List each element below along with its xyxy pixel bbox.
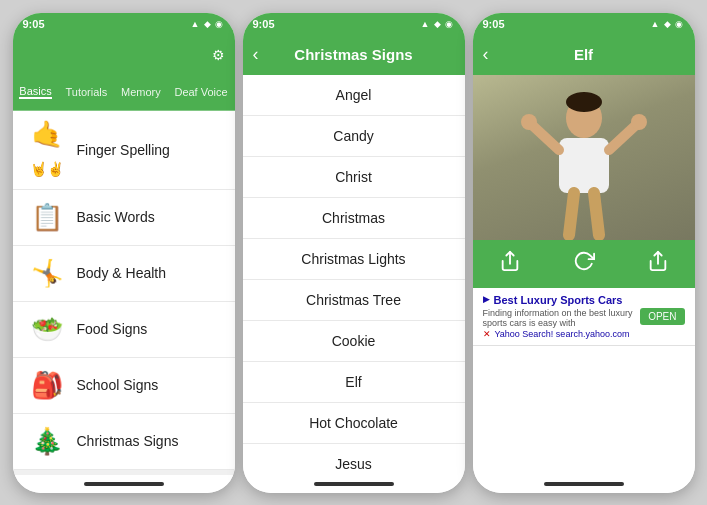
- finger-spelling-icon: 🤙🤘✌️: [25, 119, 69, 181]
- home-indicator-2: [243, 475, 465, 493]
- christmas-signs-icon: 🎄: [25, 426, 69, 457]
- action-bar: [473, 240, 695, 288]
- ad-badges: ▶ Best Luxury Sports Cars: [483, 294, 641, 306]
- ad-badge-arrow: ▶: [483, 294, 490, 306]
- body-health-icon: 🤸: [25, 258, 69, 289]
- list-item-christ[interactable]: Christ: [243, 157, 465, 198]
- christmas-label: Christmas: [322, 210, 385, 226]
- ad-content: ▶ Best Luxury Sports Cars Finding inform…: [483, 294, 641, 339]
- home-bar-1: [84, 482, 164, 486]
- status-bar-3: 9:05 ▲ ◆ ◉: [473, 13, 695, 35]
- ad-row: ▶ Best Luxury Sports Cars Finding inform…: [483, 294, 685, 339]
- basic-words-label: Basic Words: [69, 209, 155, 225]
- status-icons-1: ▲ ◆ ◉: [191, 19, 225, 29]
- list-item-hot-chocolate[interactable]: Hot Chocolate: [243, 403, 465, 444]
- share-icon[interactable]: [499, 250, 521, 277]
- video-screen: ▶ Best Luxury Sports Cars Finding inform…: [473, 75, 695, 475]
- christmas-tree-label: Christmas Tree: [306, 292, 401, 308]
- status-bar-1: 9:05 ▲ ◆ ◉: [13, 13, 235, 35]
- list-item-basic-words[interactable]: 📋 Basic Words: [13, 190, 235, 246]
- time-2: 9:05: [253, 18, 275, 30]
- food-signs-icon: 🥗: [25, 314, 69, 345]
- school-signs-label: School Signs: [69, 377, 159, 393]
- ad-banner: ▶ Best Luxury Sports Cars Finding inform…: [473, 288, 695, 346]
- phone-2: 9:05 ▲ ◆ ◉ ‹ Christmas Signs Angel Candy…: [243, 13, 465, 493]
- nav-bar-1: ⚙: [13, 35, 235, 75]
- list-item-christmas-tree[interactable]: Christmas Tree: [243, 280, 465, 321]
- svg-point-6: [631, 114, 647, 130]
- list-item-food-signs[interactable]: 🥗 Food Signs: [13, 302, 235, 358]
- list-item-school-signs[interactable]: 🎒 School Signs: [13, 358, 235, 414]
- list-item-christmas-lights[interactable]: Christmas Lights: [243, 239, 465, 280]
- body-health-label: Body & Health: [69, 265, 167, 281]
- basic-words-icon: 📋: [25, 202, 69, 233]
- tab-tutorials[interactable]: Tutorials: [65, 86, 107, 98]
- settings-button[interactable]: ⚙: [212, 47, 225, 63]
- svg-point-1: [566, 92, 602, 112]
- back-button-2[interactable]: ‹: [253, 44, 259, 65]
- video-placeholder: [473, 75, 695, 240]
- main-menu-list: 🤙🤘✌️ Finger Spelling 📋 Basic Words 🤸 Bod…: [13, 111, 235, 475]
- svg-line-7: [569, 193, 574, 235]
- status-icons-2: ▲ ◆ ◉: [421, 19, 455, 29]
- phones-container: 9:05 ▲ ◆ ◉ ⚙ Basics Tutorials Memory Dea…: [13, 13, 695, 493]
- ad-desc-row: ✕ Yahoo Search! search.yahoo.com: [483, 329, 641, 339]
- tab-deaf-voice[interactable]: Deaf Voice: [174, 86, 227, 98]
- time-1: 9:05: [23, 18, 45, 30]
- jesus-label: Jesus: [335, 456, 372, 472]
- back-button-3[interactable]: ‹: [483, 44, 489, 65]
- list-item-cookie[interactable]: Cookie: [243, 321, 465, 362]
- hot-chocolate-label: Hot Chocolate: [309, 415, 398, 431]
- nav-title-3: Elf: [574, 46, 593, 63]
- ad-title: Best Luxury Sports Cars: [494, 294, 623, 306]
- ad-x-icon: ✕: [483, 329, 491, 339]
- christmas-signs-label: Christmas Signs: [69, 433, 179, 449]
- ad-desc-2: Yahoo Search! search.yahoo.com: [495, 329, 630, 339]
- nav-title-2: Christmas Signs: [294, 46, 412, 63]
- video-area[interactable]: [473, 75, 695, 240]
- home-indicator-3: [473, 475, 695, 493]
- christmas-signs-list: Angel Candy Christ Christmas Christmas L…: [243, 75, 465, 475]
- school-signs-icon: 🎒: [25, 370, 69, 401]
- tab-basics[interactable]: Basics: [19, 85, 51, 99]
- tab-bar-1: Basics Tutorials Memory Deaf Voice: [13, 75, 235, 111]
- list-item-christmas[interactable]: Christmas: [243, 198, 465, 239]
- upload-icon[interactable]: [647, 250, 669, 277]
- finger-spelling-label: Finger Spelling: [69, 142, 170, 158]
- nav-bar-3: ‹ Elf: [473, 35, 695, 75]
- candy-label: Candy: [333, 128, 373, 144]
- food-signs-label: Food Signs: [69, 321, 148, 337]
- home-bar-3: [544, 482, 624, 486]
- phone-3: 9:05 ▲ ◆ ◉ ‹ Elf: [473, 13, 695, 493]
- time-3: 9:05: [483, 18, 505, 30]
- christmas-lights-label: Christmas Lights: [301, 251, 405, 267]
- ad-desc-1: Finding information on the best luxury s…: [483, 308, 641, 328]
- status-bar-2: 9:05 ▲ ◆ ◉: [243, 13, 465, 35]
- cookie-label: Cookie: [332, 333, 376, 349]
- svg-line-8: [594, 193, 599, 235]
- svg-point-4: [521, 114, 537, 130]
- status-icons-3: ▲ ◆ ◉: [651, 19, 685, 29]
- svg-rect-2: [559, 138, 609, 193]
- ad-open-button[interactable]: OPEN: [640, 308, 684, 325]
- nav-bar-2: ‹ Christmas Signs: [243, 35, 465, 75]
- home-indicator-1: [13, 475, 235, 493]
- svg-line-3: [532, 125, 559, 150]
- home-bar-2: [314, 482, 394, 486]
- list-item-elf[interactable]: Elf: [243, 362, 465, 403]
- tab-memory[interactable]: Memory: [121, 86, 161, 98]
- list-item-angel[interactable]: Angel: [243, 75, 465, 116]
- christ-label: Christ: [335, 169, 372, 185]
- phone-1: 9:05 ▲ ◆ ◉ ⚙ Basics Tutorials Memory Dea…: [13, 13, 235, 493]
- person-signing-svg: [504, 80, 664, 240]
- svg-line-5: [609, 125, 636, 150]
- angel-label: Angel: [336, 87, 372, 103]
- list-item-jesus[interactable]: Jesus: [243, 444, 465, 475]
- list-item-body-health[interactable]: 🤸 Body & Health: [13, 246, 235, 302]
- list-item-christmas-signs[interactable]: 🎄 Christmas Signs: [13, 414, 235, 470]
- refresh-icon[interactable]: [573, 250, 595, 277]
- list-item-candy[interactable]: Candy: [243, 116, 465, 157]
- elf-label: Elf: [345, 374, 361, 390]
- list-item-finger-spelling[interactable]: 🤙🤘✌️ Finger Spelling: [13, 111, 235, 190]
